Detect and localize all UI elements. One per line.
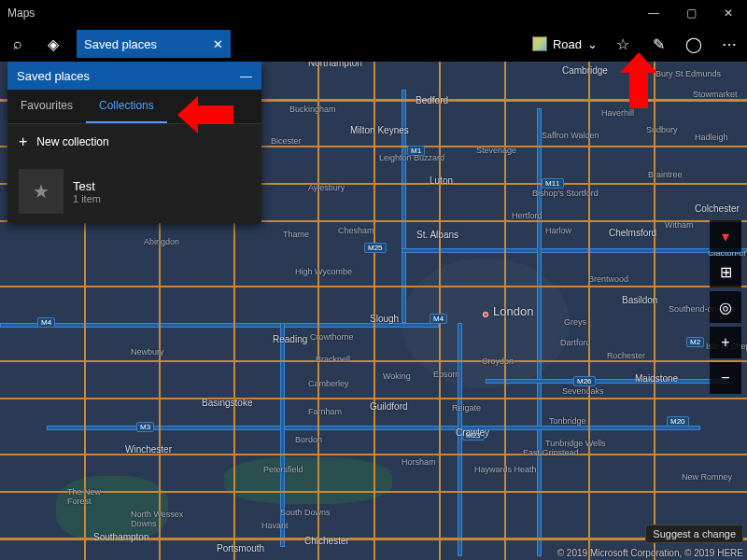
city-label: Aylesbury <box>308 183 345 192</box>
new-collection-label: New collection <box>36 135 108 148</box>
city-label: Greys <box>564 317 586 327</box>
city-label: Thame <box>283 230 309 239</box>
city-label: Haverhill <box>601 108 634 118</box>
clear-search-icon[interactable]: ✕ <box>213 37 223 51</box>
collection-star-icon: ★ <box>19 169 63 214</box>
panel-title: Saved places <box>17 69 90 83</box>
city-label: Bracknell <box>316 355 350 364</box>
city-label: New Romney <box>682 472 732 482</box>
motorway <box>402 248 747 253</box>
city-label: Milton Keynes <box>350 125 409 135</box>
window-minimize-button[interactable]: — <box>635 0 672 26</box>
more-icon[interactable]: ⋯ <box>712 26 747 62</box>
profile-icon[interactable]: ◯ <box>676 26 712 62</box>
city-label: Chichester <box>304 536 349 546</box>
city-label: Dartford <box>560 338 591 347</box>
city-label: Southampton <box>93 532 149 542</box>
motorway-badge: M3 <box>136 422 154 432</box>
saved-places-panel: Saved places — Favourites Collections + … <box>7 62 261 223</box>
city-label: Petersfield <box>263 465 303 474</box>
city-label: Witham <box>665 220 694 230</box>
window-close-button[interactable]: ✕ <box>710 0 747 26</box>
city-label: Slough <box>370 314 399 324</box>
collection-item[interactable]: ★ Test 1 item <box>7 160 261 223</box>
road <box>374 62 375 560</box>
city-label: Sudbury <box>646 125 678 134</box>
city-label: Crawley <box>456 427 489 438</box>
motorway <box>486 379 728 384</box>
map-style-button[interactable]: Road ⌄ <box>525 26 605 62</box>
city-label: High Wycombe <box>295 267 352 276</box>
city-label: Stowmarket <box>693 90 738 99</box>
city-label: Colchester <box>695 203 740 214</box>
annotation-arrow-up <box>629 71 648 108</box>
city-label: Camberley <box>308 379 349 388</box>
city-label: Maidstone <box>635 373 678 384</box>
zoom-out-button[interactable]: − <box>710 362 741 394</box>
city-label: Rochester <box>607 351 645 360</box>
city-label: Bicester <box>271 136 302 146</box>
city-label: Saffron Walden <box>542 131 599 140</box>
city-label: Woking <box>383 371 411 381</box>
motorway <box>458 323 462 556</box>
tab-collections[interactable]: Collections <box>86 90 167 123</box>
city-label: Reading <box>273 334 307 344</box>
locate-button[interactable]: ◎ <box>710 291 741 323</box>
city-label: Bishop's Stortford <box>532 189 599 198</box>
city-label: South Downs <box>280 508 331 517</box>
city-label: Brentwood <box>588 274 628 284</box>
city-label: Epsom <box>433 370 459 379</box>
motorway <box>537 108 542 556</box>
motorway-badge: M26 <box>573 376 596 386</box>
tab-favourites[interactable]: Favourites <box>7 90 86 123</box>
copyright-text: © 2019 Microsoft Corporation, © 2019 HER… <box>557 548 743 558</box>
road <box>654 62 655 560</box>
city-label: Crowthorne <box>310 332 354 342</box>
motorway-badge: M4 <box>430 314 447 324</box>
city-label: Northampton <box>308 62 362 68</box>
motorway-badge: M25 <box>364 243 387 253</box>
city-label: Harlow <box>545 226 571 235</box>
city-label: Tunbridge Wells <box>545 439 606 448</box>
new-collection-button[interactable]: + New collection <box>7 124 261 160</box>
map-style-label: Road <box>553 37 582 51</box>
directions-icon[interactable]: ◈ <box>35 26 71 62</box>
city-label: Croydon <box>482 357 514 366</box>
park-south-downs <box>224 457 392 504</box>
road <box>317 62 319 560</box>
city-label: Bury St Edmunds <box>655 69 721 78</box>
collection-count: 1 item <box>73 193 101 204</box>
tilt-button[interactable]: ⊞ <box>710 256 741 287</box>
search-icon[interactable]: ⌕ <box>0 26 35 62</box>
motorway-badge: M11 <box>542 178 564 189</box>
panel-collapse-button[interactable]: — <box>240 69 252 83</box>
chevron-down-icon: ⌄ <box>587 37 598 51</box>
search-box[interactable]: Saved places ✕ <box>77 30 231 58</box>
city-label: Haywards Heath <box>474 465 537 474</box>
suggest-change-button[interactable]: Suggest a change <box>645 525 743 543</box>
compass-button[interactable]: ▾ <box>710 220 741 252</box>
city-label: Chesham <box>338 226 374 235</box>
city-label: Basingstoke <box>202 398 252 408</box>
city-label: Guildford <box>370 401 408 412</box>
city-label: Chelmsford <box>609 228 656 238</box>
city-label: Abingdon <box>144 237 179 246</box>
city-label: Havant <box>261 521 289 530</box>
city-label: Bordon <box>295 435 322 444</box>
city-label-london: London <box>493 304 533 318</box>
city-label: Buckingham <box>289 105 336 114</box>
road <box>439 62 441 560</box>
city-label: Portsmouth <box>217 543 264 553</box>
zoom-in-button[interactable]: + <box>710 327 741 358</box>
window-maximize-button[interactable]: ▢ <box>672 0 710 26</box>
city-label: Braintree <box>648 170 683 179</box>
collection-name: Test <box>73 179 101 193</box>
city-label: Newbury <box>131 347 164 357</box>
city-label: The New Forest <box>67 487 123 506</box>
city-label: St. Albans <box>416 230 458 240</box>
annotation-arrow-left <box>196 105 233 124</box>
map-style-swatch-icon <box>532 36 547 51</box>
city-label: Hadleigh <box>695 133 728 142</box>
city-label: Sevenoaks <box>562 386 604 396</box>
city-label: Basildon <box>622 295 657 305</box>
